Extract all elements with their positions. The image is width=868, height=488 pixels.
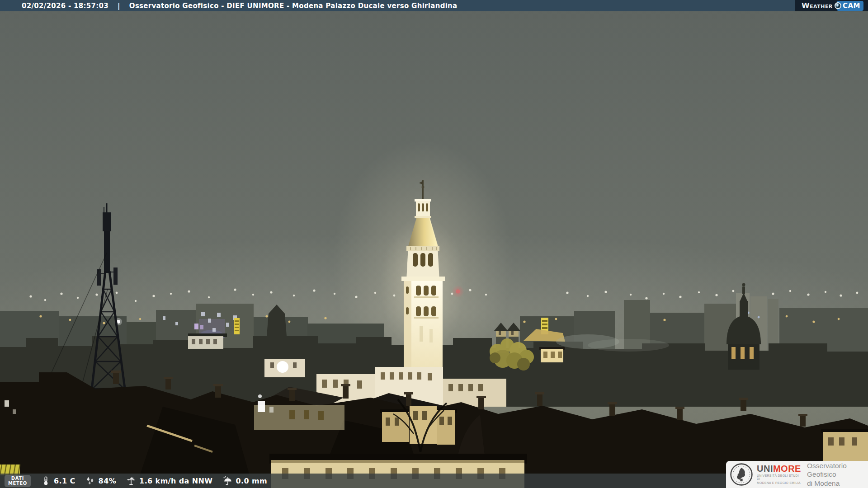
meteo-label: METEO xyxy=(8,481,27,486)
humidity-metric: 84% xyxy=(85,476,117,486)
temperature-metric: 6.1 C xyxy=(41,476,75,486)
university-subtitle-line1: UNIVERSITÀ DEGLI STUDI DI xyxy=(757,474,801,481)
city-night-scene xyxy=(0,0,868,488)
dati-label: DATI xyxy=(8,476,27,481)
wind-vane-icon xyxy=(126,476,136,486)
temperature-value: 6.1 C xyxy=(54,477,75,485)
unimore-seal-icon xyxy=(730,463,753,486)
weathercam-logo[interactable]: Weather CAM xyxy=(795,0,868,11)
page-title: Osservatorio Geofisico - DIEF UNIMORE - … xyxy=(129,2,458,10)
unimore-more-text: MORE xyxy=(773,464,801,474)
thermometer-icon xyxy=(41,476,51,486)
unimore-uni-text: UNI xyxy=(757,464,773,474)
wind-value: 1.6 km/h da NNW xyxy=(139,477,212,485)
timestamp: 02/02/2026 - 18:57:03 xyxy=(22,2,108,10)
observatory-line2: di Modena xyxy=(807,479,868,488)
observatory-line1: Osservatorio Geofisico xyxy=(807,461,868,479)
camera-lens-icon xyxy=(835,2,841,9)
webcam-frame: 02/02/2026 - 18:57:03 | Osservatorio Geo… xyxy=(0,0,868,488)
unimore-branding[interactable]: UNIMORE UNIVERSITÀ DEGLI STUDI DI MODENA… xyxy=(726,461,868,488)
precipitation-metric: 0.0 mm xyxy=(222,476,267,486)
wind-metric: 1.6 km/h da NNW xyxy=(126,476,212,486)
university-subtitle-line2: MODENA E REGGIO EMILIA xyxy=(757,482,801,485)
weathercam-weather-text: Weather xyxy=(802,1,833,10)
precipitation-value: 0.0 mm xyxy=(236,477,267,485)
unimore-wordmark: UNIMORE xyxy=(757,464,801,473)
header-bar: 02/02/2026 - 18:57:03 | Osservatorio Geo… xyxy=(0,0,868,11)
dati-meteo-chip: DATI METEO xyxy=(5,475,31,487)
humidity-value: 84% xyxy=(99,477,117,485)
humidity-drops-icon xyxy=(85,476,95,486)
observatory-name: Osservatorio Geofisico di Modena xyxy=(807,461,868,488)
umbrella-icon xyxy=(222,476,232,486)
separator: | xyxy=(118,2,120,10)
